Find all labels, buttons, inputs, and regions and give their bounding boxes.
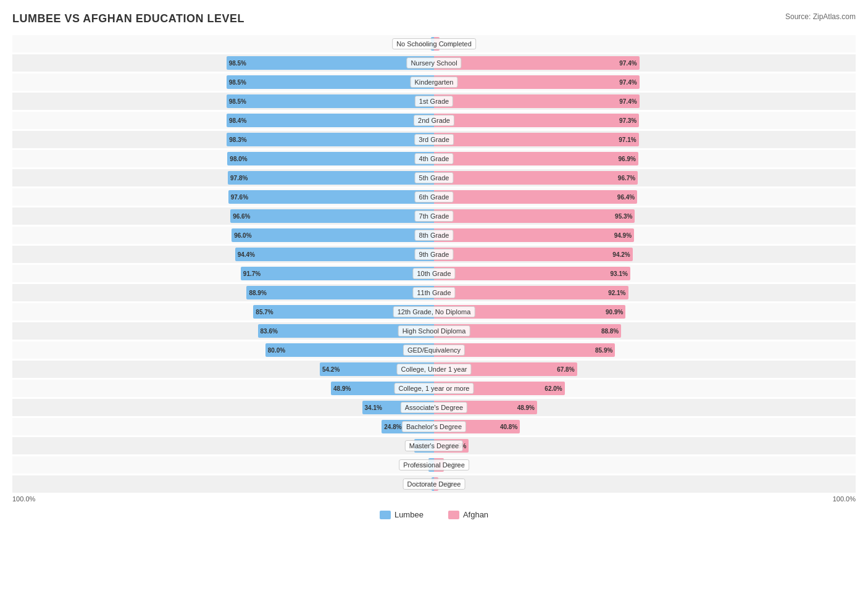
right-bar-section: 48.9% <box>434 399 856 416</box>
center-category-label: Professional Degree <box>399 459 469 470</box>
right-bar-section: 97.3% <box>434 112 856 129</box>
right-bar-section: 94.2% <box>434 246 856 263</box>
right-bar-section: 16.5% <box>434 437 856 454</box>
legend-afghan-box <box>448 511 459 519</box>
lumbee-value-label: 96.6% <box>233 213 250 220</box>
center-category-label: Kindergarten <box>411 77 458 88</box>
right-bar-section: 62.0% <box>434 380 856 397</box>
afghan-bar: 97.4% <box>434 56 640 70</box>
center-category-label: 7th Grade <box>415 211 454 222</box>
afghan-value-label: 97.1% <box>619 136 636 143</box>
afghan-value-label: 95.3% <box>615 213 632 220</box>
lumbee-bar: 98.0% <box>227 152 434 165</box>
afghan-value-label: 62.0% <box>545 385 562 392</box>
afghan-value-label: 90.9% <box>606 309 623 316</box>
bar-row: 54.2%67.8%College, Under 1 year <box>12 361 856 378</box>
chart-header: LUMBEE VS AFGHAN EDUCATION LEVEL Source:… <box>12 12 856 25</box>
x-axis-right: 100.0% <box>833 495 856 503</box>
center-category-label: Nursery School <box>406 57 461 69</box>
legend-afghan: Afghan <box>448 510 488 519</box>
bar-row: 94.4%94.2%9th Grade <box>12 246 856 263</box>
lumbee-value-label: 34.1% <box>365 404 382 411</box>
afghan-value-label: 96.7% <box>618 175 635 182</box>
lumbee-value-label: 98.4% <box>229 117 246 124</box>
right-bar-section: 4.7% <box>434 456 856 474</box>
right-bar-section: 90.9% <box>434 303 856 320</box>
lumbee-value-label: 97.8% <box>230 175 248 182</box>
lumbee-value-label: 54.2% <box>322 366 340 373</box>
center-category-label: College, Under 1 year <box>396 364 471 375</box>
bar-row: 96.6%95.3%7th Grade <box>12 207 856 225</box>
left-bar-section: 98.5% <box>12 73 434 91</box>
center-category-label: 11th Grade <box>412 287 455 298</box>
x-axis-left: 100.0% <box>12 495 35 503</box>
lumbee-value-label: 88.9% <box>249 290 266 296</box>
left-bar-section: 88.9% <box>12 284 434 301</box>
lumbee-bar: 97.6% <box>228 190 434 204</box>
lumbee-value-label: 80.0% <box>268 347 285 354</box>
left-bar-section: 97.8% <box>12 169 434 186</box>
afghan-value-label: 97.4% <box>619 98 636 105</box>
lumbee-bar: 96.6% <box>230 209 434 223</box>
chart-container: LUMBEE VS AFGHAN EDUCATION LEVEL Source:… <box>12 12 856 519</box>
legend: Lumbee Afghan <box>12 510 856 519</box>
right-bar-section: 40.8% <box>434 418 856 435</box>
left-bar-section: 24.8% <box>12 418 434 435</box>
lumbee-bar: 91.7% <box>241 267 434 280</box>
lumbee-bar: 88.9% <box>246 286 434 299</box>
right-bar-section: 97.4% <box>434 73 856 91</box>
left-bar-section: 34.1% <box>12 399 434 416</box>
afghan-bar: 96.4% <box>434 190 637 204</box>
bar-row: 1.5%2.6%No Schooling Completed <box>12 35 856 52</box>
left-bar-section: 97.6% <box>12 188 434 206</box>
right-bar-section: 96.7% <box>434 169 856 186</box>
bar-row: 83.6%88.8%High School Diploma <box>12 322 856 340</box>
left-bar-section: 91.7% <box>12 265 434 282</box>
bar-row: 34.1%48.9%Associate's Degree <box>12 399 856 416</box>
center-category-label: Associate's Degree <box>401 402 467 413</box>
bar-row: 96.0%94.9%8th Grade <box>12 227 856 244</box>
afghan-value-label: 40.8% <box>500 424 517 430</box>
bar-row: 9.3%16.5%Master's Degree <box>12 437 856 454</box>
afghan-bar: 97.3% <box>434 114 639 127</box>
right-bar-section: 67.8% <box>434 361 856 378</box>
right-bar-section: 96.4% <box>434 188 856 206</box>
left-bar-section: 1.1% <box>12 475 434 493</box>
left-bar-section: 96.6% <box>12 207 434 225</box>
right-bar-section: 92.1% <box>434 284 856 301</box>
left-bar-section: 80.0% <box>12 341 434 359</box>
left-bar-section: 98.0% <box>12 150 434 167</box>
afghan-value-label: 92.1% <box>608 290 625 296</box>
lumbee-value-label: 48.9% <box>333 385 351 392</box>
legend-lumbee-box <box>380 511 391 519</box>
lumbee-bar: 96.0% <box>232 228 434 242</box>
x-axis-labels: 100.0% 100.0% <box>12 495 856 503</box>
afghan-value-label: 96.4% <box>617 194 635 201</box>
right-bar-section: 88.8% <box>434 322 856 340</box>
center-category-label: 5th Grade <box>415 172 454 183</box>
lumbee-bar: 98.3% <box>227 133 434 146</box>
afghan-value-label: 85.9% <box>595 347 612 354</box>
afghan-bar: 95.3% <box>434 209 635 223</box>
afghan-bar: 93.1% <box>434 267 630 280</box>
lumbee-value-label: 98.5% <box>229 79 246 86</box>
afghan-bar: 97.4% <box>434 94 640 108</box>
center-category-label: 2nd Grade <box>414 115 454 126</box>
left-bar-section: 9.3% <box>12 437 434 454</box>
bar-row: 91.7%93.1%10th Grade <box>12 265 856 282</box>
right-bar-section: 97.4% <box>434 54 856 72</box>
bar-row: 97.6%96.4%6th Grade <box>12 188 856 206</box>
left-bar-section: 98.5% <box>12 93 434 110</box>
left-bar-section: 96.0% <box>12 227 434 244</box>
center-category-label: 8th Grade <box>415 230 454 241</box>
lumbee-bar: 98.5% <box>227 75 434 89</box>
lumbee-value-label: 85.7% <box>256 309 273 316</box>
lumbee-value-label: 98.3% <box>229 136 246 143</box>
afghan-value-label: 97.4% <box>619 79 636 86</box>
afghan-bar: 94.2% <box>434 248 633 261</box>
legend-lumbee-label: Lumbee <box>394 510 424 519</box>
afghan-bar: 97.1% <box>434 133 639 146</box>
afghan-value-label: 88.8% <box>601 328 619 335</box>
afghan-bar: 92.1% <box>434 286 628 299</box>
lumbee-value-label: 98.0% <box>230 156 247 162</box>
